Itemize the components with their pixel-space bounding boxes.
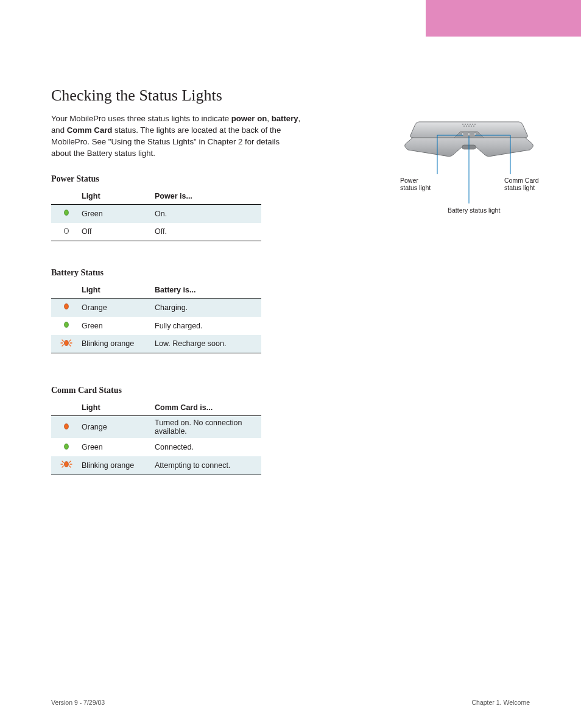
- battery-status-rows: OrangeCharging.GreenFully charged.Blinki…: [51, 299, 261, 353]
- col-value: Battery is...: [155, 283, 261, 299]
- callout-commcard: Comm Card status light: [504, 177, 547, 191]
- svg-point-1: [65, 228, 69, 233]
- table-row: OrangeCharging.: [51, 299, 261, 317]
- col-light: Light: [82, 189, 155, 205]
- light-value: Off.: [155, 223, 261, 241]
- col-light: Light: [82, 283, 155, 299]
- light-label: Off: [82, 223, 155, 241]
- col-value: Comm Card is...: [155, 401, 261, 416]
- intro-span: ,: [267, 114, 271, 123]
- svg-point-21: [465, 124, 466, 125]
- svg-point-19: [65, 462, 69, 467]
- led-off: [51, 223, 82, 241]
- svg-point-0: [65, 210, 69, 216]
- intro-span: about the Battery status light.: [51, 149, 155, 158]
- power-status-heading: Power Status: [51, 174, 99, 184]
- svg-point-22: [467, 124, 468, 125]
- led-blink: [51, 335, 82, 353]
- light-label: Green: [82, 438, 155, 456]
- svg-point-25: [474, 124, 476, 125]
- light-label: Blinking orange: [82, 335, 155, 353]
- intro-bold-1: power on: [231, 114, 267, 123]
- svg-line-18: [69, 466, 71, 467]
- intro-span: MobilePro. See "Using the Status Lights"…: [51, 137, 280, 146]
- table-row: GreenFully charged.: [51, 317, 261, 335]
- led-green: [51, 205, 82, 223]
- light-label: Blinking orange: [82, 456, 155, 475]
- svg-point-12: [65, 444, 69, 449]
- commcard-status-heading: Comm Card Status: [51, 386, 122, 395]
- callout-battery: Battery status light: [448, 207, 502, 214]
- commcard-status-table: Light Comm Card is... OrangeTurned on. N…: [51, 401, 261, 475]
- light-label: Orange: [82, 416, 155, 439]
- intro-span: ,: [298, 114, 301, 123]
- table-row: Blinking orangeLow. Recharge soon.: [51, 335, 261, 353]
- battery-status-heading: Battery Status: [51, 268, 104, 278]
- svg-line-6: [62, 340, 63, 341]
- svg-point-2: [65, 304, 69, 309]
- led-orange: [51, 416, 82, 439]
- led-green: [51, 317, 82, 335]
- col-value: Power is...: [155, 189, 261, 205]
- svg-point-26: [463, 125, 465, 127]
- svg-point-28: [468, 125, 470, 127]
- svg-point-23: [470, 124, 471, 125]
- commcard-status-rows: OrangeTurned on. No connection available…: [51, 416, 261, 475]
- light-value: Turned on. No connection available.: [155, 416, 261, 439]
- table-row: GreenOn.: [51, 205, 261, 223]
- page-tab-accent: [426, 0, 581, 37]
- svg-line-16: [69, 461, 71, 462]
- intro-text: Your MobilePro uses three status lights …: [51, 113, 313, 160]
- light-label: Green: [82, 317, 155, 335]
- intro-span: status. The lights are located at the ba…: [112, 125, 281, 135]
- svg-point-10: [65, 340, 69, 345]
- svg-point-20: [462, 124, 463, 125]
- light-value: Attempting to connect.: [155, 456, 261, 475]
- table-row: OrangeTurned on. No connection available…: [51, 416, 261, 439]
- table-row: GreenConnected.: [51, 438, 261, 456]
- intro-bold-3: Comm Card: [67, 125, 113, 135]
- intro-bold-2: battery: [272, 114, 298, 123]
- light-value: Charging.: [155, 299, 261, 317]
- led-green: [51, 438, 82, 456]
- svg-line-9: [69, 345, 71, 346]
- led-orange: [51, 299, 82, 317]
- svg-point-29: [471, 125, 472, 127]
- power-status-rows: GreenOn.OffOff.: [51, 205, 261, 241]
- svg-point-24: [472, 124, 473, 125]
- svg-point-11: [65, 423, 69, 429]
- light-value: Fully charged.: [155, 317, 261, 335]
- col-light: Light: [82, 401, 155, 416]
- table-row: OffOff.: [51, 223, 261, 241]
- light-label: Green: [82, 205, 155, 223]
- intro-span: and: [51, 125, 67, 135]
- power-status-table: Light Power is... GreenOn.OffOff.: [51, 189, 261, 241]
- svg-point-27: [466, 125, 467, 127]
- svg-line-7: [69, 340, 71, 341]
- battery-status-table: Light Battery is... OrangeCharging.Green…: [51, 283, 261, 353]
- svg-line-8: [62, 345, 63, 346]
- footer-left: Version 9 - 7/29/03: [51, 699, 105, 706]
- svg-point-32: [468, 133, 470, 135]
- svg-point-3: [65, 322, 69, 328]
- table-row: Blinking orangeAttempting to connect.: [51, 456, 261, 475]
- device-illustration: [402, 119, 536, 205]
- callout-power: Power status light: [400, 177, 437, 191]
- light-value: Low. Recharge soon.: [155, 335, 261, 353]
- svg-line-17: [62, 466, 63, 467]
- light-value: Connected.: [155, 438, 261, 456]
- page-footer: Version 9 - 7/29/03 Chapter 1. Welcome: [51, 699, 530, 706]
- svg-point-30: [473, 125, 474, 127]
- footer-right: Chapter 1. Welcome: [471, 699, 530, 706]
- intro-span: Your MobilePro uses three status lights …: [51, 114, 231, 123]
- svg-line-15: [62, 461, 63, 462]
- led-blink: [51, 456, 82, 475]
- page-title: Checking the Status Lights: [51, 87, 222, 105]
- light-label: Orange: [82, 299, 155, 317]
- light-value: On.: [155, 205, 261, 223]
